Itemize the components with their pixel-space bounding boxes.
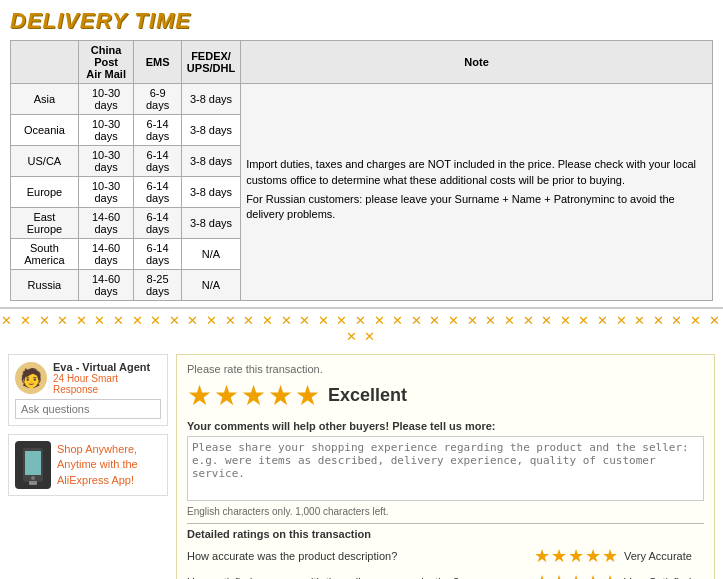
col-region (11, 41, 79, 84)
rating-row-2: How satisfied were you with the sellers … (187, 571, 704, 579)
star-3: ★ (241, 379, 266, 412)
rating-stars-1: ★ ★ ★ ★ ★ (534, 545, 618, 567)
region-cell: South America (11, 239, 79, 270)
ems-cell: 6-14 days (134, 115, 182, 146)
airmail-cell: 14-60 days (78, 270, 134, 301)
delivery-table: China PostAir Mail EMS FEDEX/UPS/DHL Not… (10, 40, 713, 301)
airmail-cell: 14-60 days (78, 208, 134, 239)
stars-row: ★ ★ ★ ★ ★ Excellent (187, 379, 704, 412)
rating-question-1: How accurate was the product description… (187, 550, 528, 562)
airmail-cell: 10-30 days (78, 84, 134, 115)
airmail-cell: 10-30 days (78, 177, 134, 208)
airmail-cell: 14-60 days (78, 239, 134, 270)
fedex-cell: 3-8 days (181, 115, 240, 146)
eva-avatar: 🧑 (15, 362, 47, 394)
fedex-cell: N/A (181, 270, 240, 301)
detailed-ratings-title: Detailed ratings on this transaction (187, 528, 704, 540)
region-cell: Asia (11, 84, 79, 115)
divider (187, 523, 704, 524)
svg-point-2 (31, 476, 35, 480)
svg-rect-1 (25, 451, 41, 475)
region-cell: US/CA (11, 146, 79, 177)
ask-questions-input[interactable] (15, 399, 161, 419)
ems-cell: 6-14 days (134, 177, 182, 208)
airmail-cell: 10-30 days (78, 146, 134, 177)
region-cell: East Europe (11, 208, 79, 239)
feedback-panel: Please rate this transaction. ★ ★ ★ ★ ★ … (176, 354, 715, 579)
star-5: ★ (295, 379, 320, 412)
airmail-cell: 10-30 days (78, 115, 134, 146)
star-4: ★ (268, 379, 293, 412)
region-cell: Oceania (11, 115, 79, 146)
fedex-cell: 3-8 days (181, 84, 240, 115)
x-border-decoration: ✕ ✕ ✕ ✕ ✕ ✕ ✕ ✕ ✕ ✕ ✕ ✕ ✕ ✕ ✕ ✕ ✕ ✕ ✕ ✕ … (0, 309, 723, 348)
ems-cell: 6-14 days (134, 208, 182, 239)
col-ems: EMS (134, 41, 182, 84)
left-panel: 🧑 Eva - Virtual Agent 24 Hour Smart Resp… (8, 354, 168, 579)
comments-label: Your comments will help other buyers! Pl… (187, 420, 704, 432)
eva-subtitle: 24 Hour Smart Response (53, 373, 161, 395)
region-cell: Europe (11, 177, 79, 208)
fedex-cell: 3-8 days (181, 177, 240, 208)
eva-header: 🧑 Eva - Virtual Agent 24 Hour Smart Resp… (15, 361, 161, 395)
ems-cell: 6-9 days (134, 84, 182, 115)
bottom-section: 🧑 Eva - Virtual Agent 24 Hour Smart Resp… (0, 348, 723, 579)
chars-left: English characters only. 1,000 character… (187, 506, 704, 517)
col-note: Note (241, 41, 713, 84)
eva-info: Eva - Virtual Agent 24 Hour Smart Respon… (53, 361, 161, 395)
region-cell: Russia (11, 270, 79, 301)
table-row: Asia10-30 days6-9 days3-8 daysImport dut… (11, 84, 713, 115)
star-2: ★ (214, 379, 239, 412)
note-cell: Import duties, taxes and charges are NOT… (241, 84, 713, 301)
fedex-cell: 3-8 days (181, 146, 240, 177)
app-text: Shop Anywhere, Anytime with the AliExpre… (57, 442, 138, 488)
excellent-label: Excellent (328, 385, 407, 406)
comment-textarea[interactable] (187, 436, 704, 501)
delivery-section: DELIVERY TIME China PostAir Mail EMS FED… (0, 0, 723, 309)
stars-large: ★ ★ ★ ★ ★ (187, 379, 320, 412)
fedex-cell: N/A (181, 239, 240, 270)
eva-name: Eva - Virtual Agent (53, 361, 161, 373)
ems-cell: 8-25 days (134, 270, 182, 301)
ems-cell: 6-14 days (134, 146, 182, 177)
rate-label: Please rate this transaction. (187, 363, 704, 375)
fedex-cell: 3-8 days (181, 208, 240, 239)
rating-label-1: Very Accurate (624, 550, 704, 562)
star-1: ★ (187, 379, 212, 412)
app-promo-box: Shop Anywhere, Anytime with the AliExpre… (8, 434, 168, 496)
eva-box: 🧑 Eva - Virtual Agent 24 Hour Smart Resp… (8, 354, 168, 426)
ems-cell: 6-14 days (134, 239, 182, 270)
phone-icon (15, 441, 51, 489)
rating-row-1: How accurate was the product description… (187, 545, 704, 567)
col-fedex: FEDEX/UPS/DHL (181, 41, 240, 84)
col-airmail: China PostAir Mail (78, 41, 134, 84)
delivery-title: DELIVERY TIME (10, 8, 713, 34)
rating-stars-2: ★ ★ ★ ★ ★ (534, 571, 618, 579)
